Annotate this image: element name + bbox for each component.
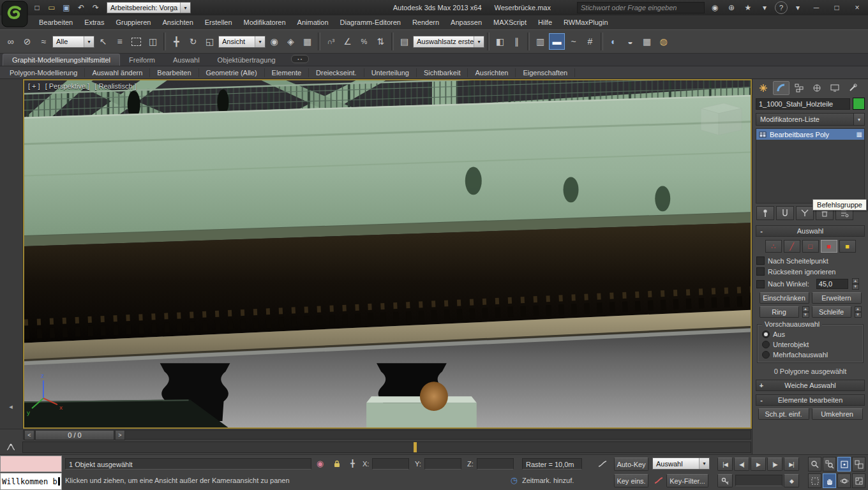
selection-region-icon[interactable]	[128, 33, 144, 50]
preview-subobject-radio[interactable]	[762, 341, 770, 348]
ribbon-panel-auswahl-aendern[interactable]: Auswahl ändern	[85, 68, 150, 77]
help-icon[interactable]: ?	[775, 1, 788, 14]
maximize-button[interactable]: □	[828, 2, 845, 13]
viewcube[interactable]	[701, 103, 742, 135]
redo-icon[interactable]: ↷	[89, 2, 102, 13]
material-editor-icon[interactable]: ◐	[606, 33, 622, 50]
perspective-viewport[interactable]: [ + ] [ Perspektive ] [ Realistisch ]	[23, 79, 752, 429]
keyboard-override-icon[interactable]: ▦	[299, 33, 315, 50]
workspace-dropdown[interactable]: Arbeitsbereich: Vorga ▾	[107, 2, 191, 13]
rendered-frame-window-icon[interactable]: ▦	[639, 33, 655, 50]
by-angle-checkbox[interactable]	[756, 280, 765, 288]
key-filter-curve-icon[interactable]	[652, 474, 664, 486]
angle-snap-icon[interactable]: ∠	[340, 33, 355, 50]
rollout-weiche-auswahl-header[interactable]: + Weiche Auswahl	[756, 380, 865, 391]
menu-maxscript[interactable]: MAXScript	[488, 17, 532, 28]
utilities-tab-icon[interactable]	[844, 81, 861, 95]
key-step-button[interactable]: ◆	[784, 474, 799, 487]
menu-modifikatoren[interactable]: Modifikatoren	[238, 17, 292, 28]
set-key-button[interactable]: Key eins.	[614, 474, 648, 487]
time-tag-field[interactable]: Zeitmark. hinzuf.	[522, 475, 574, 486]
isolate-selection-icon[interactable]: ◉	[314, 457, 326, 470]
ribbon-tab-freiform[interactable]: Freiform	[120, 54, 164, 66]
bind-to-spacewarp-icon[interactable]: ≈	[36, 33, 52, 50]
curve-editor-icon[interactable]: ~	[565, 33, 581, 50]
select-by-name-icon[interactable]: ≡	[112, 33, 128, 50]
select-and-scale-icon[interactable]: ◱	[202, 33, 218, 50]
select-and-move-icon[interactable]: ╋	[168, 33, 184, 50]
object-name-field[interactable]: 1_1000_Stahl_Holzteile	[756, 98, 850, 110]
loop-spinner[interactable]: ▲▼	[855, 306, 862, 318]
selection-lock-icon[interactable]	[331, 457, 343, 470]
select-and-manipulate-icon[interactable]: ◈	[283, 33, 299, 50]
create-tab-icon[interactable]	[755, 81, 772, 95]
modifier-list-dropdown[interactable]: Modifikatoren-Liste ▾	[756, 113, 865, 126]
max-logo-icon[interactable]	[1, 1, 28, 27]
insert-vertex-button[interactable]: Sch.pt. einf.	[758, 408, 809, 420]
collapse-arrow-icon[interactable]: ◂	[5, 401, 17, 412]
ribbon-tab-objektuebertragung[interactable]: Objektübertragung	[209, 54, 285, 66]
edge-mode-icon[interactable]: ╱	[784, 240, 800, 253]
orbit-icon[interactable]	[837, 473, 851, 488]
select-and-link-icon[interactable]: ∞	[3, 33, 19, 50]
element-mode-icon[interactable]: ■	[839, 240, 856, 253]
show-end-result-icon[interactable]	[776, 206, 794, 220]
favorites-star-icon[interactable]: ★	[742, 2, 754, 13]
border-mode-icon[interactable]: □	[802, 240, 819, 253]
ribbon-tab-graphit[interactable]: Graphit-Modellierungshilfsmittel	[3, 54, 120, 66]
angle-value-field[interactable]: 45,0	[816, 279, 848, 289]
menu-bearbeiten[interactable]: Bearbeiten	[33, 17, 79, 28]
next-frame-button[interactable]: |▶	[767, 457, 782, 471]
go-to-start-button[interactable]: |◀	[717, 457, 733, 471]
viewport-menu-general[interactable]: [ + ]	[28, 82, 40, 90]
named-selection-sets-dropdown[interactable]: Auswahlsatz erstell▾	[413, 36, 484, 48]
motion-tab-icon[interactable]	[809, 81, 825, 95]
make-unique-icon[interactable]	[796, 206, 814, 220]
ribbon-panel-elemente[interactable]: Elemente	[265, 68, 309, 77]
x-coordinate-field[interactable]	[372, 458, 409, 470]
shrink-button[interactable]: Einschränken	[760, 292, 809, 304]
ignore-backfacing-checkbox[interactable]	[756, 267, 765, 276]
use-pivot-center-icon[interactable]: ◉	[266, 33, 282, 50]
z-coordinate-field[interactable]	[477, 458, 514, 470]
display-tab-icon[interactable]	[827, 81, 843, 95]
select-and-rotate-icon[interactable]: ↻	[185, 33, 201, 50]
ribbon-panel-polygon-modellierung[interactable]: Polygon-Modellierung	[3, 68, 85, 77]
reference-coordsys-dropdown[interactable]: Ansicht▾	[218, 36, 266, 48]
undo-icon[interactable]: ↶	[75, 2, 87, 13]
rollout-auswahl-header[interactable]: - Auswahl	[756, 225, 865, 237]
ribbon-panel-sichtbarkeit[interactable]: Sichtbarkeit	[417, 68, 468, 77]
search-options-icon[interactable]: ▾	[758, 2, 771, 13]
stack-item-editable-poly[interactable]: Bearbeitbares Poly ▦	[756, 129, 864, 140]
ribbon-panel-geometrie[interactable]: Geometrie (Alle)	[199, 68, 265, 77]
ribbon-tab-auswahl[interactable]: Auswahl	[164, 54, 209, 66]
align-icon[interactable]: ∥	[509, 33, 525, 50]
by-vertex-checkbox[interactable]	[756, 256, 765, 265]
menu-hilfe[interactable]: Hilfe	[532, 17, 558, 28]
menu-ansichten[interactable]: Ansichten	[156, 17, 198, 28]
ring-spinner[interactable]: ▲▼	[802, 306, 809, 318]
new-file-icon[interactable]: □	[31, 2, 43, 13]
next-frame-arrow[interactable]: >	[115, 430, 125, 440]
track-bar-marker[interactable]	[414, 442, 417, 452]
viewport-menu-pov[interactable]: [ Perspektive ]	[45, 82, 90, 90]
default-tangents-icon[interactable]	[596, 457, 608, 470]
snap-toggle-3d-icon[interactable]: ∩³	[323, 33, 339, 50]
preview-multi-radio[interactable]	[762, 351, 770, 359]
search-community-icon[interactable]: ◉	[708, 2, 721, 13]
help-menu-icon[interactable]: ▾	[791, 2, 804, 13]
grow-button[interactable]: Erweitern	[812, 292, 862, 304]
modify-tab-icon[interactable]	[773, 81, 789, 95]
schematic-view-icon[interactable]: #	[582, 33, 598, 50]
maxscript-mini-listener[interactable]: Willkommen b	[0, 473, 62, 490]
open-file-icon[interactable]: ▭	[45, 2, 58, 13]
loop-button[interactable]: Schleife	[812, 306, 851, 318]
menu-erstellen[interactable]: Erstellen	[199, 17, 238, 28]
absolute-mode-icon[interactable]: ╋	[347, 457, 359, 470]
menu-diagramm-editoren[interactable]: Diagramm-Editoren	[334, 17, 407, 28]
preview-off-radio[interactable]	[762, 330, 770, 338]
zoom-extents-icon[interactable]	[837, 457, 851, 471]
current-frame-field[interactable]	[735, 475, 782, 486]
y-coordinate-field[interactable]	[424, 458, 461, 470]
render-production-icon[interactable]: ◍	[655, 33, 671, 50]
